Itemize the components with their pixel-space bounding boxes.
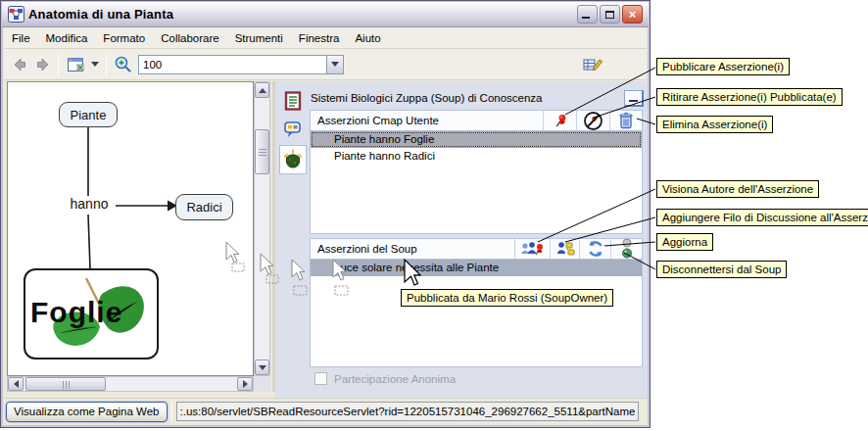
- user-assertions-title: Asserzioni Cmap Utente: [311, 115, 543, 126]
- menu-item-collaborare[interactable]: Collaborare: [153, 30, 226, 46]
- panel-title-row: Sistemi Biologici Zuppa (Soup) di Conosc…: [311, 85, 644, 111]
- list-item-assertion[interactable]: Piante hanno Foglie: [311, 131, 642, 148]
- window-controls: ×: [577, 5, 643, 24]
- menu-item-strumenti[interactable]: Strumenti: [227, 30, 291, 46]
- soup-assertions-list[interactable]: Luce solare necessita alle Piante: [310, 260, 643, 367]
- toolbar-separator: [58, 54, 59, 75]
- view-as-webpage-button[interactable]: Visualizza come Pagina Web: [6, 402, 168, 422]
- cmap-canvas[interactable]: Piante hanno Radici Foglie: [7, 81, 254, 376]
- arrow-left-icon: [14, 380, 19, 388]
- toolbar: 100: [4, 49, 647, 80]
- soup-assertions-title: Asserzioni del Soup: [311, 243, 514, 255]
- minimize-button[interactable]: [577, 5, 598, 24]
- list-item-assertion[interactable]: Piante hanno Radici: [311, 148, 642, 165]
- scroll-right-button[interactable]: [237, 377, 253, 391]
- tab-knowledge-soup[interactable]: [279, 145, 307, 174]
- maximize-button[interactable]: [600, 5, 620, 24]
- callout-add-discussion-thread: Aggiungere Filo di Discussione all'Asser…: [656, 209, 868, 226]
- chevron-down-icon: [331, 62, 339, 67]
- close-button[interactable]: ×: [622, 5, 643, 24]
- minimize-icon: [629, 100, 638, 102]
- menu-bar: File Modifica Formato Collaborare Strume…: [4, 28, 647, 49]
- add-discussion-thread-button[interactable]: [550, 239, 579, 259]
- window-title: Anatomia di una Pianta: [28, 7, 577, 22]
- toolbar-separator: [106, 54, 107, 75]
- arrow-down-icon: [259, 365, 266, 370]
- soup-pot-icon: [283, 149, 303, 170]
- forward-button[interactable]: [35, 57, 51, 72]
- callout-publish-assertion: Pubblicare Asserzione(i): [656, 58, 790, 75]
- status-bar: Visualizza come Pagina Web: [4, 398, 647, 424]
- app-icon: [8, 6, 24, 23]
- cmap-view-menu-button[interactable]: [66, 56, 99, 73]
- vertical-scroll-thumb[interactable]: [255, 129, 269, 174]
- menu-item-formato[interactable]: Formato: [95, 30, 153, 46]
- assertions-document-icon: [284, 91, 302, 111]
- publish-pushpin-icon: [553, 113, 568, 129]
- scroll-left-button[interactable]: [8, 377, 24, 391]
- zoom-icon: [114, 55, 132, 73]
- cmap-link-label-hanno[interactable]: hanno: [65, 196, 114, 212]
- anonymous-checkbox-label: Partecipazione Anonima: [334, 373, 456, 385]
- zoom-dropdown-button[interactable]: [326, 56, 343, 73]
- arrow-up-icon: [259, 88, 266, 93]
- panel-tab-strip: [277, 85, 309, 397]
- cmap-node-foglie[interactable]: Foglie: [24, 268, 159, 359]
- callout-refresh: Aggiorna: [656, 233, 713, 251]
- menu-item-aiuto[interactable]: Aiuto: [347, 30, 388, 46]
- arrow-right-icon: [243, 380, 248, 388]
- cmap-node-radici[interactable]: Radici: [175, 194, 233, 220]
- callout-delete-assertion: Elimina Asserzione(i): [656, 116, 773, 133]
- horizontal-scroll-thumb[interactable]: [25, 377, 106, 391]
- assertion-author-tooltip: Pubblicata da Mario Rossi (SoupOwner): [401, 289, 613, 307]
- assertion-tools-button[interactable]: [582, 56, 603, 73]
- delete-assertion-button[interactable]: [609, 111, 642, 130]
- connection-dots-icon: [619, 238, 635, 260]
- disconnect-soup-button[interactable]: [610, 239, 642, 259]
- zoom-tool-button[interactable]: [114, 55, 132, 73]
- refresh-icon: [586, 239, 605, 259]
- zoom-level-value: 100: [139, 56, 326, 73]
- panel-title: Sistemi Biologici Zuppa (Soup) di Conosc…: [311, 92, 624, 104]
- zoom-level-combobox[interactable]: 100: [138, 55, 344, 74]
- menu-item-finestra[interactable]: Finestra: [291, 30, 348, 46]
- user-assertions-header: Asserzioni Cmap Utente: [310, 110, 643, 131]
- callout-disconnect-soup: Disconnettersi dal Soup: [656, 261, 787, 278]
- horizontal-scrollbar[interactable]: [7, 376, 254, 392]
- retract-assertion-button[interactable]: [576, 111, 609, 130]
- person-thread-icon: [555, 240, 576, 259]
- resource-url-field[interactable]: [176, 402, 639, 421]
- scroll-down-button[interactable]: [255, 359, 269, 375]
- authors-pin-icon: [520, 240, 546, 259]
- scroll-up-button[interactable]: [255, 82, 269, 98]
- window-view-icon: [66, 56, 87, 73]
- table-pencil-icon: [582, 56, 603, 73]
- minimize-icon: [582, 17, 590, 19]
- maximize-icon: [605, 11, 614, 19]
- anonymous-participation-row: Partecipazione Anonima: [314, 372, 456, 385]
- title-bar[interactable]: Anatomia di una Pianta ×: [2, 2, 649, 27]
- menu-item-file[interactable]: File: [4, 30, 38, 46]
- discussion-bubble-icon: [283, 120, 303, 139]
- vertical-scrollbar[interactable]: [254, 81, 270, 376]
- tab-discussion[interactable]: [279, 117, 307, 142]
- menu-item-modifica[interactable]: Modifica: [38, 30, 96, 46]
- list-item-assertion[interactable]: Luce solare necessita alle Piante: [311, 260, 642, 276]
- app-window: Anatomia di una Pianta × File Modifica F…: [0, 0, 651, 428]
- back-icon: [12, 57, 27, 72]
- knowledge-soup-panel: Sistemi Biologici Zuppa (Soup) di Conosc…: [275, 81, 648, 400]
- back-button[interactable]: [12, 57, 27, 72]
- panel-minimize-button[interactable]: [624, 90, 644, 107]
- view-author-button[interactable]: [514, 239, 550, 259]
- trash-icon: [618, 112, 634, 129]
- cmap-node-foglie-label: Foglie: [30, 296, 122, 329]
- callout-view-author: Visiona Autore dell'Asserzione: [656, 180, 819, 198]
- user-assertions-list[interactable]: Piante hanno Foglie Piante hanno Radici: [310, 131, 643, 234]
- cmap-node-piante[interactable]: Piante: [59, 102, 118, 127]
- anonymous-checkbox[interactable]: [314, 372, 327, 385]
- thumb-grip: [66, 381, 67, 389]
- retract-published-icon: [583, 111, 603, 131]
- refresh-button[interactable]: [579, 239, 610, 259]
- tab-assertions[interactable]: [279, 88, 307, 114]
- publish-assertion-button[interactable]: [543, 111, 576, 130]
